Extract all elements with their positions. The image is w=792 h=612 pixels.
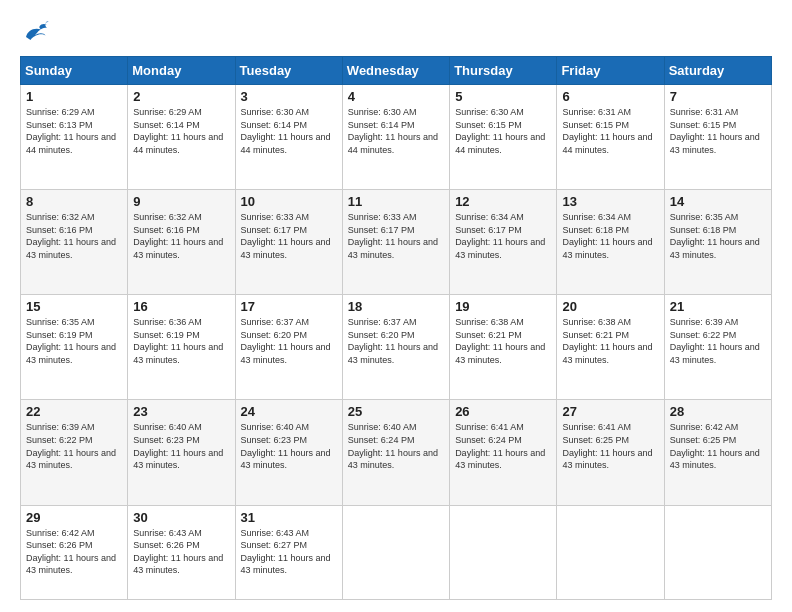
day-info: Sunrise: 6:38 AMSunset: 6:21 PMDaylight:…: [455, 316, 551, 366]
day-number: 25: [348, 404, 444, 419]
calendar-cell: 6Sunrise: 6:31 AMSunset: 6:15 PMDaylight…: [557, 85, 664, 190]
col-header-monday: Monday: [128, 57, 235, 85]
calendar-table: SundayMondayTuesdayWednesdayThursdayFrid…: [20, 56, 772, 600]
day-info: Sunrise: 6:39 AMSunset: 6:22 PMDaylight:…: [26, 421, 122, 471]
day-info: Sunrise: 6:37 AMSunset: 6:20 PMDaylight:…: [241, 316, 337, 366]
calendar-cell: 20Sunrise: 6:38 AMSunset: 6:21 PMDayligh…: [557, 295, 664, 400]
day-info: Sunrise: 6:42 AMSunset: 6:26 PMDaylight:…: [26, 527, 122, 577]
day-number: 16: [133, 299, 229, 314]
day-number: 18: [348, 299, 444, 314]
day-number: 19: [455, 299, 551, 314]
day-info: Sunrise: 6:37 AMSunset: 6:20 PMDaylight:…: [348, 316, 444, 366]
day-number: 14: [670, 194, 766, 209]
day-info: Sunrise: 6:30 AMSunset: 6:14 PMDaylight:…: [348, 106, 444, 156]
calendar-cell: 18Sunrise: 6:37 AMSunset: 6:20 PMDayligh…: [342, 295, 449, 400]
day-number: 27: [562, 404, 658, 419]
day-number: 9: [133, 194, 229, 209]
calendar-week-row: 8Sunrise: 6:32 AMSunset: 6:16 PMDaylight…: [21, 190, 772, 295]
day-info: Sunrise: 6:35 AMSunset: 6:19 PMDaylight:…: [26, 316, 122, 366]
day-number: 10: [241, 194, 337, 209]
calendar-cell: 19Sunrise: 6:38 AMSunset: 6:21 PMDayligh…: [450, 295, 557, 400]
calendar-cell: 15Sunrise: 6:35 AMSunset: 6:19 PMDayligh…: [21, 295, 128, 400]
day-number: 7: [670, 89, 766, 104]
day-number: 1: [26, 89, 122, 104]
calendar-cell: 22Sunrise: 6:39 AMSunset: 6:22 PMDayligh…: [21, 400, 128, 505]
col-header-saturday: Saturday: [664, 57, 771, 85]
day-number: 24: [241, 404, 337, 419]
day-number: 21: [670, 299, 766, 314]
calendar-cell: 31Sunrise: 6:43 AMSunset: 6:27 PMDayligh…: [235, 505, 342, 600]
calendar-cell: 10Sunrise: 6:33 AMSunset: 6:17 PMDayligh…: [235, 190, 342, 295]
col-header-sunday: Sunday: [21, 57, 128, 85]
logo: [20, 16, 54, 46]
day-info: Sunrise: 6:35 AMSunset: 6:18 PMDaylight:…: [670, 211, 766, 261]
header: [20, 16, 772, 46]
day-info: Sunrise: 6:41 AMSunset: 6:24 PMDaylight:…: [455, 421, 551, 471]
day-number: 15: [26, 299, 122, 314]
calendar-cell: [664, 505, 771, 600]
day-number: 31: [241, 510, 337, 525]
day-info: Sunrise: 6:32 AMSunset: 6:16 PMDaylight:…: [26, 211, 122, 261]
day-info: Sunrise: 6:33 AMSunset: 6:17 PMDaylight:…: [348, 211, 444, 261]
calendar-cell: 16Sunrise: 6:36 AMSunset: 6:19 PMDayligh…: [128, 295, 235, 400]
day-number: 2: [133, 89, 229, 104]
calendar-week-row: 29Sunrise: 6:42 AMSunset: 6:26 PMDayligh…: [21, 505, 772, 600]
col-header-friday: Friday: [557, 57, 664, 85]
day-number: 23: [133, 404, 229, 419]
day-info: Sunrise: 6:33 AMSunset: 6:17 PMDaylight:…: [241, 211, 337, 261]
col-header-thursday: Thursday: [450, 57, 557, 85]
calendar-cell: 12Sunrise: 6:34 AMSunset: 6:17 PMDayligh…: [450, 190, 557, 295]
day-info: Sunrise: 6:29 AMSunset: 6:13 PMDaylight:…: [26, 106, 122, 156]
calendar-header-row: SundayMondayTuesdayWednesdayThursdayFrid…: [21, 57, 772, 85]
day-number: 26: [455, 404, 551, 419]
day-number: 30: [133, 510, 229, 525]
calendar-cell: 29Sunrise: 6:42 AMSunset: 6:26 PMDayligh…: [21, 505, 128, 600]
calendar-cell: [557, 505, 664, 600]
calendar-cell: 2Sunrise: 6:29 AMSunset: 6:14 PMDaylight…: [128, 85, 235, 190]
day-info: Sunrise: 6:32 AMSunset: 6:16 PMDaylight:…: [133, 211, 229, 261]
day-info: Sunrise: 6:40 AMSunset: 6:24 PMDaylight:…: [348, 421, 444, 471]
calendar-cell: [342, 505, 449, 600]
calendar-week-row: 22Sunrise: 6:39 AMSunset: 6:22 PMDayligh…: [21, 400, 772, 505]
calendar-cell: 13Sunrise: 6:34 AMSunset: 6:18 PMDayligh…: [557, 190, 664, 295]
day-number: 20: [562, 299, 658, 314]
day-info: Sunrise: 6:34 AMSunset: 6:18 PMDaylight:…: [562, 211, 658, 261]
calendar-cell: 14Sunrise: 6:35 AMSunset: 6:18 PMDayligh…: [664, 190, 771, 295]
day-info: Sunrise: 6:30 AMSunset: 6:15 PMDaylight:…: [455, 106, 551, 156]
day-number: 12: [455, 194, 551, 209]
day-number: 5: [455, 89, 551, 104]
calendar-cell: 7Sunrise: 6:31 AMSunset: 6:15 PMDaylight…: [664, 85, 771, 190]
calendar-cell: 24Sunrise: 6:40 AMSunset: 6:23 PMDayligh…: [235, 400, 342, 505]
col-header-wednesday: Wednesday: [342, 57, 449, 85]
calendar-cell: [450, 505, 557, 600]
logo-icon: [20, 16, 50, 46]
day-info: Sunrise: 6:41 AMSunset: 6:25 PMDaylight:…: [562, 421, 658, 471]
day-number: 13: [562, 194, 658, 209]
day-info: Sunrise: 6:43 AMSunset: 6:27 PMDaylight:…: [241, 527, 337, 577]
calendar-cell: 17Sunrise: 6:37 AMSunset: 6:20 PMDayligh…: [235, 295, 342, 400]
day-info: Sunrise: 6:29 AMSunset: 6:14 PMDaylight:…: [133, 106, 229, 156]
day-info: Sunrise: 6:30 AMSunset: 6:14 PMDaylight:…: [241, 106, 337, 156]
col-header-tuesday: Tuesday: [235, 57, 342, 85]
day-info: Sunrise: 6:42 AMSunset: 6:25 PMDaylight:…: [670, 421, 766, 471]
calendar-cell: 30Sunrise: 6:43 AMSunset: 6:26 PMDayligh…: [128, 505, 235, 600]
day-number: 17: [241, 299, 337, 314]
day-info: Sunrise: 6:31 AMSunset: 6:15 PMDaylight:…: [562, 106, 658, 156]
page: SundayMondayTuesdayWednesdayThursdayFrid…: [0, 0, 792, 612]
calendar-cell: 26Sunrise: 6:41 AMSunset: 6:24 PMDayligh…: [450, 400, 557, 505]
day-info: Sunrise: 6:40 AMSunset: 6:23 PMDaylight:…: [133, 421, 229, 471]
calendar-week-row: 1Sunrise: 6:29 AMSunset: 6:13 PMDaylight…: [21, 85, 772, 190]
calendar-cell: 8Sunrise: 6:32 AMSunset: 6:16 PMDaylight…: [21, 190, 128, 295]
calendar-cell: 28Sunrise: 6:42 AMSunset: 6:25 PMDayligh…: [664, 400, 771, 505]
day-number: 28: [670, 404, 766, 419]
day-info: Sunrise: 6:34 AMSunset: 6:17 PMDaylight:…: [455, 211, 551, 261]
calendar-week-row: 15Sunrise: 6:35 AMSunset: 6:19 PMDayligh…: [21, 295, 772, 400]
calendar-cell: 27Sunrise: 6:41 AMSunset: 6:25 PMDayligh…: [557, 400, 664, 505]
day-number: 4: [348, 89, 444, 104]
day-number: 11: [348, 194, 444, 209]
day-info: Sunrise: 6:43 AMSunset: 6:26 PMDaylight:…: [133, 527, 229, 577]
calendar-cell: 5Sunrise: 6:30 AMSunset: 6:15 PMDaylight…: [450, 85, 557, 190]
day-info: Sunrise: 6:39 AMSunset: 6:22 PMDaylight:…: [670, 316, 766, 366]
calendar-cell: 25Sunrise: 6:40 AMSunset: 6:24 PMDayligh…: [342, 400, 449, 505]
day-info: Sunrise: 6:31 AMSunset: 6:15 PMDaylight:…: [670, 106, 766, 156]
